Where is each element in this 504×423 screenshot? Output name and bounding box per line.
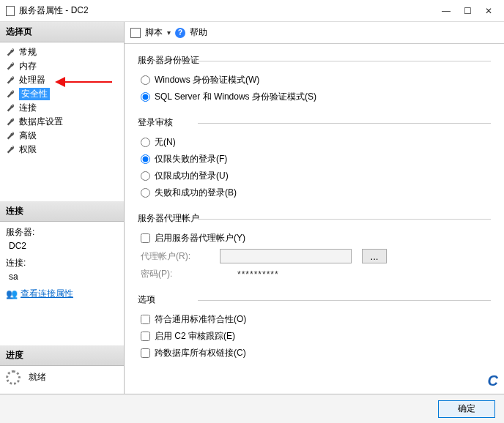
options-title: 选项 [138, 293, 491, 306]
option-cross-db-checkbox[interactable]: 跨数据库所有权链接(C) [141, 347, 491, 359]
sidebar-header-select: 选择页 [0, 22, 124, 42]
ok-button[interactable]: 确定 [438, 400, 495, 418]
sidebar-item-security[interactable]: 安全性 [0, 87, 124, 101]
proxy-account-input[interactable] [220, 249, 352, 263]
conn-value: sa [9, 272, 118, 282]
loader-icon [6, 370, 21, 385]
sidebar-item-memory[interactable]: 内存 [0, 59, 124, 73]
auth-windows-radio[interactable]: Windows 身份验证模式(W) [141, 74, 491, 86]
title-bar: 服务器属性 - DC2 — ☐ ✕ [0, 0, 504, 22]
server-value: DC2 [9, 241, 118, 251]
wrench-icon [6, 131, 16, 141]
proxy-title: 服务器代理帐户 [138, 212, 491, 225]
proxy-browse-button[interactable]: ... [362, 249, 387, 263]
server-label: 服务器: [6, 226, 118, 239]
sidebar-page-list: 常规 内存 处理器 安全性 连接 数据库设置 高级 权限 [0, 42, 124, 160]
script-button[interactable]: 脚本 [145, 26, 163, 39]
app-icon [6, 6, 15, 16]
view-connection-properties-link[interactable]: 查看连接属性 [21, 288, 73, 300]
help-button[interactable]: 帮助 [190, 26, 207, 39]
content-pane: 脚本 ▾ ? 帮助 服务器身份验证 Windows 身份验证模式(W) SQL … [125, 22, 504, 394]
sidebar-item-connections[interactable]: 连接 [0, 101, 124, 115]
sidebar-header-connection: 连接 [0, 201, 124, 222]
window-controls: — ☐ ✕ [442, 6, 498, 16]
sidebar-item-general[interactable]: 常规 [0, 45, 124, 59]
wrench-icon [6, 75, 16, 86]
proxy-password-label: 密码(P): [141, 268, 214, 280]
people-icon: 👥 [6, 288, 18, 299]
progress-status: 就绪 [29, 372, 46, 382]
wrench-icon [6, 89, 16, 100]
sidebar-header-progress: 进度 [0, 345, 124, 366]
sidebar-item-database-settings[interactable]: 数据库设置 [0, 115, 124, 129]
wrench-icon [6, 117, 16, 127]
audit-success-radio[interactable]: 仅限成功的登录(U) [141, 170, 491, 182]
connection-info: 服务器: DC2 连接: sa 👥 查看连接属性 [0, 222, 124, 304]
wrench-icon [6, 61, 16, 72]
chevron-down-icon[interactable]: ▾ [167, 29, 171, 37]
proxy-enable-checkbox[interactable]: 启用服务器代理帐户(Y) [141, 232, 491, 244]
server-auth-title: 服务器身份验证 [138, 54, 491, 67]
wrench-icon [6, 48, 16, 58]
proxy-account-label: 代理帐户(R): [141, 250, 214, 263]
conn-label: 连接: [6, 257, 118, 269]
window-title: 服务器属性 - DC2 [19, 4, 442, 17]
audit-failed-radio[interactable]: 仅限失败的登录(F) [141, 153, 491, 165]
dialog-footer: 确定 [0, 394, 504, 423]
close-button[interactable]: ✕ [485, 6, 492, 16]
wrench-icon [6, 145, 16, 155]
sidebar-item-advanced[interactable]: 高级 [0, 129, 124, 143]
login-audit-title: 登录审核 [138, 116, 491, 129]
option-common-criteria-checkbox[interactable]: 符合通用标准符合性(O) [141, 313, 491, 326]
wrench-icon [6, 103, 16, 113]
content-toolbar: 脚本 ▾ ? 帮助 [125, 22, 504, 44]
minimize-button[interactable]: — [442, 6, 451, 16]
help-icon: ? [175, 28, 185, 38]
audit-none-radio[interactable]: 无(N) [141, 136, 491, 149]
watermark-logo: C [488, 373, 498, 389]
progress-block: 就绪 [0, 366, 124, 394]
options-group: 选项 符合通用标准符合性(O) 启用 C2 审核跟踪(E) 跨数据库所有权链接(… [138, 293, 491, 359]
proxy-password-value: ********** [237, 269, 279, 280]
script-icon [130, 28, 141, 38]
server-auth-group: 服务器身份验证 Windows 身份验证模式(W) SQL Server 和 W… [138, 54, 491, 103]
maximize-button[interactable]: ☐ [464, 6, 472, 16]
sidebar-item-permissions[interactable]: 权限 [0, 143, 124, 157]
auth-mixed-radio[interactable]: SQL Server 和 Windows 身份验证模式(S) [141, 91, 491, 103]
option-c2-audit-checkbox[interactable]: 启用 C2 审核跟踪(E) [141, 330, 491, 342]
audit-both-radio[interactable]: 失败和成功的登录(B) [141, 187, 491, 199]
proxy-account-group: 服务器代理帐户 启用服务器代理帐户(Y) 代理帐户(R): ... 密码(P):… [138, 212, 491, 280]
login-audit-group: 登录审核 无(N) 仅限失败的登录(F) 仅限成功的登录(U) 失败和成功的登录… [138, 116, 491, 199]
